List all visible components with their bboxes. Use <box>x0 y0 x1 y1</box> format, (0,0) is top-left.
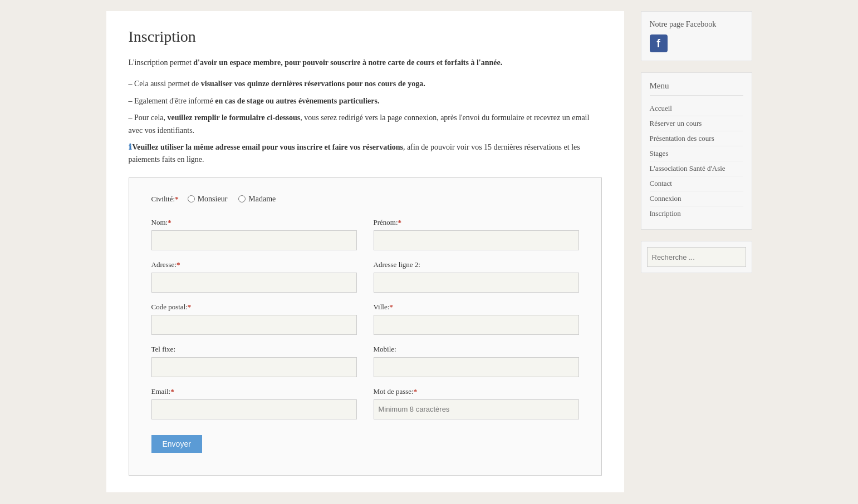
tel-mobile-row: Tel fixe: Mobile: <box>151 345 579 377</box>
password-group: Mot de passe:* <box>374 387 579 419</box>
adresse-label: Adresse:* <box>151 260 357 269</box>
warning-paragraph: ℹVeuillez utiliser la même adresse email… <box>129 141 602 166</box>
main-content: Inscription L'inscription permet d'avoir… <box>106 11 624 492</box>
ville-label: Ville:* <box>374 303 579 312</box>
intro-paragraph-1: L'inscription permet d'avoir un espace m… <box>129 57 602 69</box>
facebook-icon[interactable]: f <box>650 34 668 52</box>
telfixe-label: Tel fixe: <box>151 345 357 354</box>
menu-item: Accueil <box>650 101 743 116</box>
codepostal-label: Code postal:* <box>151 303 357 312</box>
prenom-label: Prénom:* <box>374 218 579 227</box>
prenom-input[interactable] <box>374 230 579 250</box>
registration-form-container: Civilité:* Monsieur Madame <box>129 177 602 476</box>
search-box <box>641 241 752 273</box>
menu-item: Présentation des cours <box>650 131 743 146</box>
sidebar: Notre page Facebook f Menu AccueilRéserv… <box>641 11 752 492</box>
ville-input[interactable] <box>374 315 579 335</box>
email-group: Email:* <box>151 387 357 419</box>
monsieur-option[interactable]: Monsieur <box>188 195 228 204</box>
madame-radio[interactable] <box>238 195 246 202</box>
civilite-row: Civilité:* Monsieur Madame <box>151 195 579 207</box>
menu-item: Inscription <box>650 206 743 221</box>
menu-link[interactable]: Accueil <box>650 104 672 112</box>
menu-link[interactable]: Réserver un cours <box>650 119 702 127</box>
menu-link[interactable]: Stages <box>650 149 669 157</box>
mobile-group: Mobile: <box>374 345 579 377</box>
password-input[interactable] <box>374 399 579 419</box>
civilite-radio-group: Monsieur Madame <box>188 195 276 207</box>
submit-row: Envoyer <box>151 429 579 453</box>
telfixe-group: Tel fixe: <box>151 345 357 377</box>
info-icon: ℹ <box>129 143 131 151</box>
email-password-row: Email:* Mot de passe:* <box>151 387 579 419</box>
monsieur-radio[interactable] <box>188 195 195 202</box>
email-input[interactable] <box>151 399 357 419</box>
menu-link[interactable]: L'association Santé d'Asie <box>650 164 725 172</box>
mobile-label: Mobile: <box>374 345 579 354</box>
nom-label: Nom:* <box>151 218 357 227</box>
menu-link[interactable]: Présentation des cours <box>650 134 714 142</box>
codepostal-ville-row: Code postal:* Ville:* <box>151 303 579 335</box>
page-title: Inscription <box>129 28 602 46</box>
submit-button[interactable]: Envoyer <box>151 435 202 453</box>
adresse2-label: Adresse ligne 2: <box>374 260 579 269</box>
facebook-title: Notre page Facebook <box>650 20 743 29</box>
intro-paragraph-2: – Cela aussi permet de visualiser vos qu… <box>129 78 602 90</box>
telfixe-input[interactable] <box>151 357 357 377</box>
menu-item: Connexion <box>650 191 743 206</box>
search-input[interactable] <box>647 247 746 267</box>
intro-paragraph-3: – Egalement d'être informé en cas de sta… <box>129 95 602 107</box>
adresse2-input[interactable] <box>374 273 579 293</box>
codepostal-group: Code postal:* <box>151 303 357 335</box>
codepostal-input[interactable] <box>151 315 357 335</box>
adresse2-group: Adresse ligne 2: <box>374 260 579 293</box>
adresse-group: Adresse:* <box>151 260 357 293</box>
menu-link[interactable]: Contact <box>650 179 672 187</box>
mobile-input[interactable] <box>374 357 579 377</box>
menu-title: Menu <box>650 81 743 96</box>
password-label: Mot de passe:* <box>374 387 579 396</box>
registration-form: Civilité:* Monsieur Madame <box>151 195 579 453</box>
menu-item: Réserver un cours <box>650 116 743 131</box>
menu-box: Menu AccueilRéserver un coursPrésentatio… <box>641 72 752 230</box>
madame-option[interactable]: Madame <box>238 195 276 204</box>
email-label: Email:* <box>151 387 357 396</box>
civilite-label: Civilité:* <box>151 195 179 204</box>
nom-prenom-row: Nom:* Prénom:* <box>151 218 579 250</box>
intro-paragraph-4: – Pour cela, veuillez remplir le formula… <box>129 112 602 137</box>
prenom-group: Prénom:* <box>374 218 579 250</box>
menu-item: Contact <box>650 176 743 191</box>
nom-input[interactable] <box>151 230 357 250</box>
menu-item: Stages <box>650 146 743 161</box>
menu-item: L'association Santé d'Asie <box>650 161 743 176</box>
menu-list: AccueilRéserver un coursPrésentation des… <box>650 101 743 221</box>
menu-link[interactable]: Connexion <box>650 194 682 202</box>
ville-group: Ville:* <box>374 303 579 335</box>
menu-link[interactable]: Inscription <box>650 209 681 218</box>
nom-group: Nom:* <box>151 218 357 250</box>
adresse-row: Adresse:* Adresse ligne 2: <box>151 260 579 293</box>
facebook-box: Notre page Facebook f <box>641 11 752 61</box>
adresse-input[interactable] <box>151 273 357 293</box>
